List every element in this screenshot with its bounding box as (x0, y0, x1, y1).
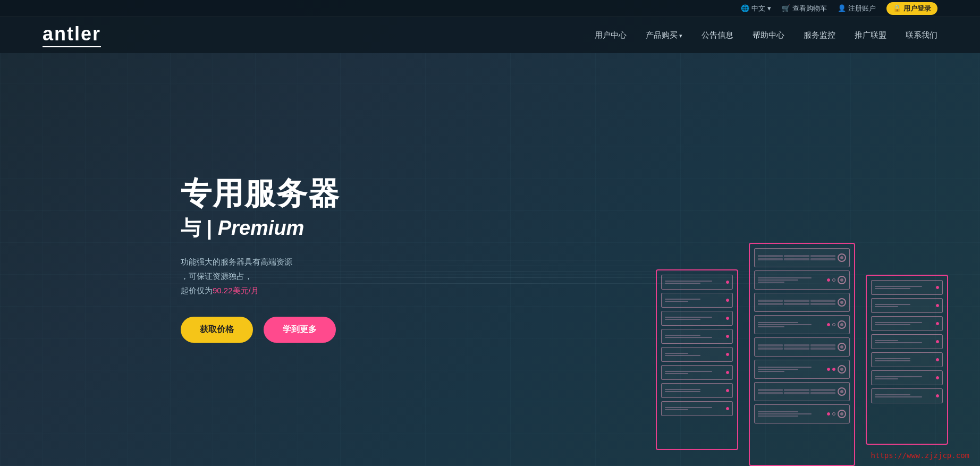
server-unit (871, 388, 943, 403)
server-rack-center (749, 243, 855, 466)
server-unit (871, 334, 943, 349)
watermark: https://www.zjzjcp.com (871, 451, 969, 460)
nav-monitor[interactable]: 服务监控 (804, 30, 835, 40)
language-selector[interactable]: 🌐 中文 ▾ (741, 4, 771, 13)
nav-help[interactable]: 帮助中心 (753, 30, 784, 40)
server-unit (754, 382, 850, 401)
hero-text: 专用服务器 与 | Premium 功能强大的服务器具有高端资源 ，可保证资源独… (181, 176, 340, 343)
hero-title-sub: 与 | Premium (181, 215, 340, 242)
nav-contact[interactable]: 联系我们 (906, 30, 937, 40)
server-unit (871, 370, 943, 385)
server-unit (754, 293, 850, 312)
hero-buttons: 获取价格 学到更多 (181, 317, 340, 343)
server-unit (871, 352, 943, 367)
nav-announcements[interactable]: 公告信息 (702, 30, 733, 40)
nav-affiliate[interactable]: 推广联盟 (855, 30, 886, 40)
server-unit (754, 248, 850, 267)
nav-user-center[interactable]: 用户中心 (595, 30, 627, 40)
hero-sub-suffix: Premium (218, 217, 305, 239)
server-rack-right (866, 275, 948, 445)
server-rack-left (656, 269, 738, 450)
server-unit (754, 360, 850, 379)
server-unit (661, 401, 733, 416)
login-button[interactable]: 🔒 用户登录 (886, 2, 937, 15)
nav-links: 用户中心 产品购买 公告信息 帮助中心 服务监控 推广联盟 联系我们 (595, 30, 937, 40)
server-unit (661, 275, 733, 290)
register-link[interactable]: 👤 注册账户 (838, 4, 876, 13)
cart-link[interactable]: 🛒 查看购物车 (782, 4, 827, 13)
server-unit (871, 280, 943, 295)
server-unit (661, 383, 733, 398)
cart-icon: 🛒 (782, 4, 790, 12)
server-unit (661, 311, 733, 326)
top-strip: 🌐 中文 ▾ 🛒 查看购物车 👤 注册账户 🔒 用户登录 (0, 0, 980, 17)
hero-section: 专用服务器 与 | Premium 功能强大的服务器具有高端资源 ，可保证资源独… (0, 53, 980, 466)
server-unit (661, 293, 733, 308)
server-unit (871, 316, 943, 331)
main-nav: antler 用户中心 产品购买 公告信息 帮助中心 服务监控 推广联盟 联系我… (0, 17, 980, 53)
lock-icon: 🔒 (893, 4, 901, 12)
logo[interactable]: antler (43, 23, 101, 47)
user-icon: 👤 (838, 4, 846, 12)
get-price-button[interactable]: 获取价格 (181, 317, 253, 343)
server-unit (754, 315, 850, 334)
hero-description: 功能强大的服务器具有高端资源 ，可保证资源独占， 起价仅为90.22美元/月 (181, 255, 340, 298)
globe-icon: 🌐 (741, 4, 749, 12)
server-unit (754, 270, 850, 290)
hero-title-main: 专用服务器 (181, 176, 340, 210)
server-unit (754, 404, 850, 423)
nav-products[interactable]: 产品购买 (646, 30, 682, 40)
server-unit (661, 347, 733, 362)
server-unit (754, 337, 850, 357)
server-unit (661, 365, 733, 380)
hero-sub-prefix: 与 | (181, 217, 212, 239)
learn-more-button[interactable]: 学到更多 (264, 317, 336, 343)
servers-illustration (523, 53, 948, 466)
server-unit (661, 329, 733, 344)
server-unit (871, 298, 943, 313)
chevron-down-icon: ▾ (767, 4, 771, 12)
